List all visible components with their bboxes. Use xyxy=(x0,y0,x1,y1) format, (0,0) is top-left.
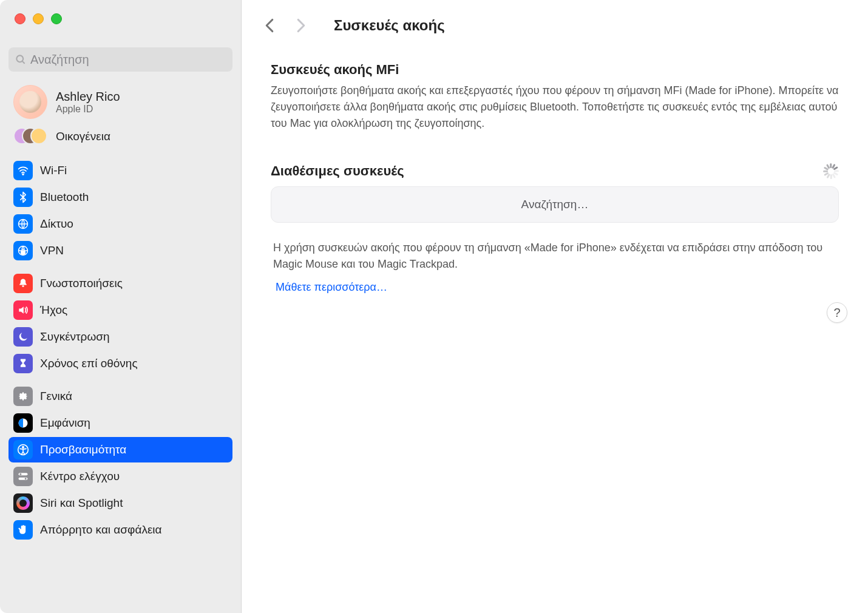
mfi-section: Συσκευές ακοής MFi Ζευγοποιήστε βοηθήματ… xyxy=(242,47,868,294)
sidebar-item-sound[interactable]: Ήχος xyxy=(8,297,232,323)
hourglass-icon xyxy=(13,354,33,373)
globe-icon xyxy=(13,214,33,234)
search-input[interactable]: Αναζήτηση xyxy=(8,47,232,72)
speaker-icon xyxy=(13,300,33,320)
vpn-icon xyxy=(13,241,33,260)
sidebar-item-label: Απόρρητο και ασφάλεια xyxy=(40,523,162,537)
sidebar-item-bluetooth[interactable]: Bluetooth xyxy=(8,185,232,210)
searching-card: Αναζήτηση… xyxy=(271,186,839,223)
sidebar-item-controlcenter[interactable]: Κέντρο ελέγχου xyxy=(8,464,232,489)
sidebar-item-accessibility[interactable]: Προσβασιμότητα xyxy=(8,437,232,462)
search-icon xyxy=(15,53,27,66)
back-button[interactable] xyxy=(261,15,278,36)
window-controls xyxy=(0,0,241,36)
loading-spinner-icon xyxy=(823,163,839,179)
searching-label: Αναζήτηση… xyxy=(521,198,589,211)
chevron-right-icon xyxy=(296,18,306,33)
search-placeholder: Αναζήτηση xyxy=(30,53,89,67)
settings-window: Αναζήτηση Ashley Rico Apple ID Οικογένει… xyxy=(0,0,868,613)
sidebar-item-network[interactable]: Δίκτυο xyxy=(8,211,232,237)
sidebar-group-network: Wi-FiBluetoothΔίκτυοVPN xyxy=(0,152,241,265)
content-header: Συσκευές ακοής xyxy=(242,0,868,47)
sidebar-item-label: Κέντρο ελέγχου xyxy=(40,470,120,483)
sidebar-item-label: Wi-Fi xyxy=(40,164,67,177)
svg-rect-6 xyxy=(22,285,24,287)
sidebar-item-vpn[interactable]: VPN xyxy=(8,238,232,263)
svg-point-9 xyxy=(22,447,24,449)
help-button[interactable]: ? xyxy=(827,302,847,323)
help-label: ? xyxy=(833,306,840,320)
bluetooth-icon xyxy=(13,188,33,207)
avatar xyxy=(13,85,47,119)
close-window-button[interactable] xyxy=(15,13,25,24)
svg-point-12 xyxy=(19,473,21,475)
sidebar-item-wifi[interactable]: Wi-Fi xyxy=(8,158,232,183)
appearance-icon xyxy=(13,413,33,433)
svg-point-2 xyxy=(22,174,24,175)
svg-rect-5 xyxy=(21,251,25,254)
moon-icon xyxy=(13,327,33,347)
sidebar-item-general[interactable]: Γενικά xyxy=(8,384,232,409)
sidebar-item-focus[interactable]: Συγκέντρωση xyxy=(8,324,232,350)
sidebar-item-appearance[interactable]: Εμφάνιση xyxy=(8,410,232,436)
compatibility-note: Η χρήση συσκευών ακοής που φέρουν τη σήμ… xyxy=(271,240,839,273)
accessibility-icon xyxy=(13,440,33,459)
account-name: Ashley Rico xyxy=(56,89,120,104)
page-title: Συσκευές ακοής xyxy=(334,17,445,34)
sidebar-item-label: VPN xyxy=(40,244,64,257)
sidebar: Αναζήτηση Ashley Rico Apple ID Οικογένει… xyxy=(0,0,242,613)
sidebar-item-label: Γενικά xyxy=(40,390,72,403)
hand-icon xyxy=(13,520,33,540)
family-avatars xyxy=(13,127,47,146)
sidebar-item-siri[interactable]: Siri και Spotlight xyxy=(8,490,232,516)
family-row[interactable]: Οικογένεια xyxy=(0,124,241,152)
sidebar-item-label: Γνωστοποιήσεις xyxy=(40,277,123,290)
available-devices-heading: Διαθέσιμες συσκευές xyxy=(271,163,404,179)
sidebar-item-label: Δίκτυο xyxy=(40,217,73,231)
sidebar-group-system: ΓενικάΕμφάνισηΠροσβασιμότηταΚέντρο ελέγχ… xyxy=(0,378,241,544)
sidebar-item-label: Εμφάνιση xyxy=(40,416,90,430)
bell-icon xyxy=(13,274,33,293)
mfi-description: Ζευγοποιήστε βοηθήματα ακοής και επεξεργ… xyxy=(271,83,839,132)
content-pane: Συσκευές ακοής Συσκευές ακοής MFi Ζευγοπ… xyxy=(242,0,868,613)
fullscreen-window-button[interactable] xyxy=(51,13,62,24)
minimize-window-button[interactable] xyxy=(33,13,44,24)
chevron-left-icon xyxy=(265,18,274,33)
sidebar-item-label: Siri και Spotlight xyxy=(40,496,123,510)
svg-point-13 xyxy=(25,478,27,479)
sidebar-item-label: Bluetooth xyxy=(40,191,89,204)
sidebar-item-label: Ήχος xyxy=(40,303,67,317)
sidebar-item-label: Χρόνος επί οθόνης xyxy=(40,357,138,370)
svg-point-0 xyxy=(16,55,23,62)
toggles-icon xyxy=(13,467,33,486)
mfi-heading: Συσκευές ακοής MFi xyxy=(271,62,839,78)
siri-icon xyxy=(13,493,33,513)
forward-button[interactable] xyxy=(293,15,310,36)
family-label: Οικογένεια xyxy=(56,130,110,143)
sidebar-item-privacy[interactable]: Απόρρητο και ασφάλεια xyxy=(8,517,232,543)
sidebar-item-screentime[interactable]: Χρόνος επί οθόνης xyxy=(8,351,232,376)
learn-more-link[interactable]: Μάθετε περισσότερα… xyxy=(271,281,387,294)
sidebar-item-label: Προσβασιμότητα xyxy=(40,443,126,456)
gear-icon xyxy=(13,387,33,406)
account-subtitle: Apple ID xyxy=(56,104,120,115)
sidebar-group-alerts: ΓνωστοποιήσειςΉχοςΣυγκέντρωσηΧρόνος επί … xyxy=(0,265,241,378)
apple-id-row[interactable]: Ashley Rico Apple ID xyxy=(0,78,241,124)
sidebar-item-notifications[interactable]: Γνωστοποιήσεις xyxy=(8,271,232,296)
svg-line-1 xyxy=(22,61,25,64)
sidebar-item-label: Συγκέντρωση xyxy=(40,330,110,344)
wifi-icon xyxy=(13,161,33,180)
